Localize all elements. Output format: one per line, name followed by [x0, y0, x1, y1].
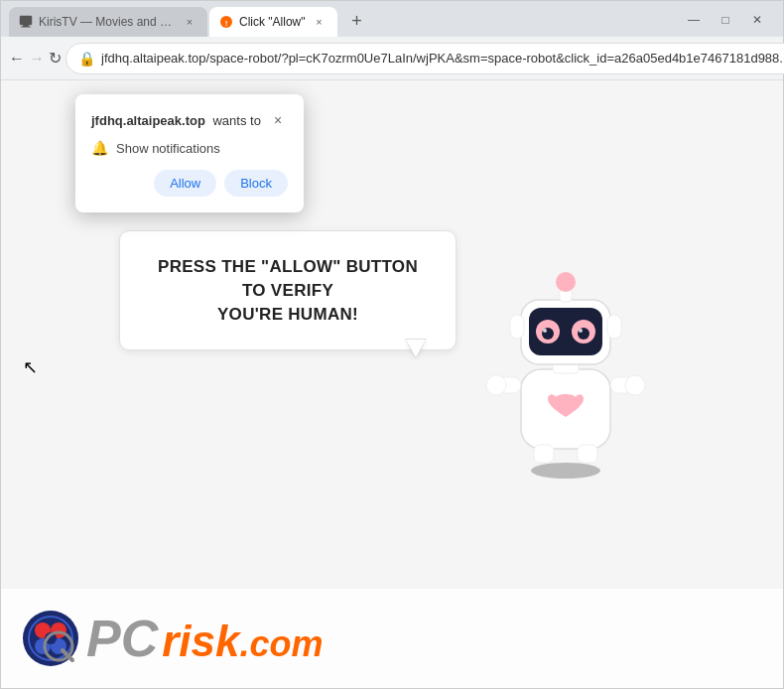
robot-svg	[466, 250, 665, 479]
window-controls: — □ ✕	[680, 9, 775, 37]
close-window-button[interactable]: ✕	[743, 9, 771, 31]
forward-button[interactable]: →	[29, 43, 45, 74]
robot-image	[466, 250, 665, 479]
tab2-title: Click "Allow"	[239, 15, 306, 29]
svg-point-24	[543, 329, 547, 333]
svg-point-9	[531, 463, 600, 479]
page-content: jfdhq.altaipeak.top wants to × 🔔 Show no…	[1, 80, 783, 688]
tab-click-allow[interactable]: ! Click "Allow" ×	[209, 7, 337, 37]
popup-header: jfdhq.altaipeak.top wants to ×	[91, 110, 288, 130]
watermark: P C risk .com	[1, 589, 783, 688]
address-text: jfdhq.altaipeak.top/space-robot/?pl=cK7o…	[101, 51, 784, 66]
refresh-button[interactable]: ↻	[49, 43, 62, 74]
minimize-button[interactable]: —	[680, 9, 708, 31]
popup-domain: jfdhq.altaipeak.top wants to	[91, 113, 261, 128]
tab2-favicon-icon: !	[219, 15, 233, 29]
notification-popup: jfdhq.altaipeak.top wants to × 🔔 Show no…	[75, 94, 304, 212]
bell-icon: 🔔	[91, 140, 108, 156]
svg-point-13	[486, 375, 506, 395]
content-area: PRESS THE "ALLOW" BUTTON TO VERIFY YOU'R…	[119, 230, 665, 479]
notification-label: Show notifications	[116, 141, 220, 156]
popup-close-button[interactable]: ×	[268, 110, 288, 130]
svg-rect-16	[578, 445, 597, 463]
pcrisk-badge-icon	[21, 609, 80, 668]
svg-text:!: !	[225, 19, 228, 28]
address-bar[interactable]: 🔒 jfdhq.altaipeak.top/space-robot/?pl=cK…	[65, 43, 784, 74]
popup-buttons: Allow Block	[91, 170, 288, 197]
navigation-bar: ← → ↻ 🔒 jfdhq.altaipeak.top/space-robot/…	[1, 37, 783, 80]
block-button[interactable]: Block	[224, 170, 288, 197]
svg-rect-2	[21, 27, 31, 28]
tab-bar: KirisTV — Movies and Series D... × ! Cli…	[1, 1, 783, 37]
new-tab-button[interactable]: +	[343, 7, 371, 35]
mouse-cursor: ↖	[23, 356, 38, 378]
bubble-text: PRESS THE "ALLOW" BUTTON TO VERIFY YOU'R…	[150, 255, 426, 326]
tab-kiristv[interactable]: KirisTV — Movies and Series D... ×	[9, 7, 207, 37]
allow-button[interactable]: Allow	[154, 170, 216, 197]
tab1-title: KirisTV — Movies and Series D...	[39, 15, 176, 29]
svg-point-25	[579, 329, 583, 333]
tab1-favicon-icon	[19, 15, 33, 29]
svg-rect-0	[20, 16, 32, 25]
svg-rect-29	[607, 315, 621, 339]
pcrisk-logo: P C risk .com	[21, 609, 324, 668]
notification-row: 🔔 Show notifications	[91, 140, 288, 156]
maximize-button[interactable]: □	[712, 9, 739, 31]
browser-window: KirisTV — Movies and Series D... × ! Cli…	[0, 0, 784, 689]
back-button[interactable]: ←	[9, 43, 25, 74]
tab2-close-icon[interactable]: ×	[312, 14, 327, 30]
svg-rect-28	[510, 315, 524, 339]
svg-point-27	[556, 272, 576, 292]
main-area: jfdhq.altaipeak.top wants to × 🔔 Show no…	[1, 80, 783, 688]
lock-icon: 🔒	[78, 51, 95, 67]
svg-point-14	[625, 375, 645, 395]
tab1-close-icon[interactable]: ×	[182, 14, 197, 30]
pcrisk-text: P C risk .com	[86, 613, 324, 664]
speech-bubble: PRESS THE "ALLOW" BUTTON TO VERIFY YOU'R…	[119, 230, 457, 350]
svg-rect-15	[534, 445, 554, 463]
